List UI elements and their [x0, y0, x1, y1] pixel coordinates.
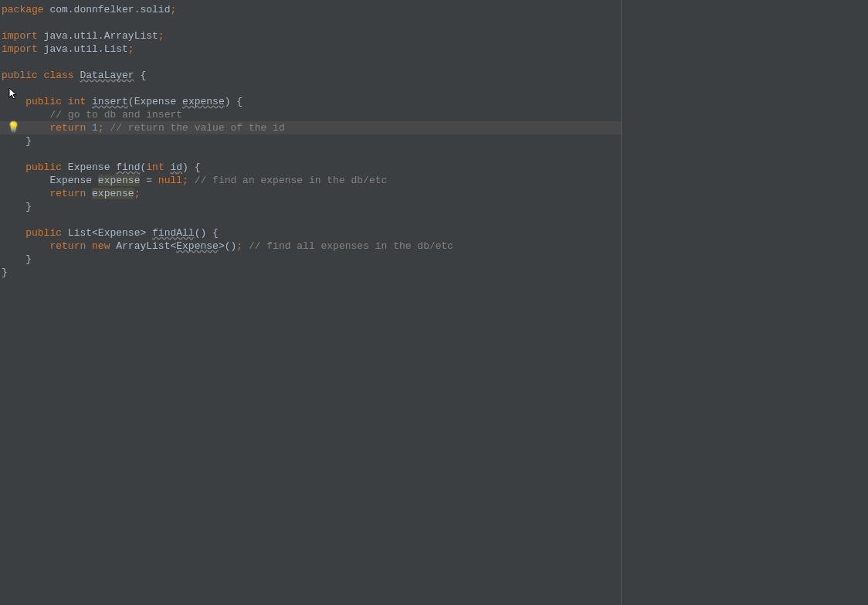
token: id — [171, 161, 183, 173]
editor-panel[interactable]: package com.donnfelker.solid;import java… — [0, 0, 621, 605]
token: findAll — [152, 227, 195, 239]
token: ; — [170, 4, 176, 15]
token — [2, 188, 49, 199]
code-line[interactable]: import java.util.List; — [0, 42, 621, 56]
token: com.donnfelker.solid — [44, 4, 171, 15]
token — [2, 109, 49, 121]
code-line[interactable]: import java.util.ArrayList; — [0, 29, 621, 42]
token: insert — [92, 96, 128, 107]
code-line[interactable]: return new ArrayList<Expense>(); // find… — [0, 240, 621, 253]
token: import — [2, 30, 38, 42]
token: import — [2, 43, 38, 55]
code-line[interactable]: public Expense find(int id) { — [0, 161, 621, 174]
token: ; — [128, 43, 134, 55]
token: DataLayer — [80, 70, 134, 81]
token: int — [146, 161, 164, 173]
token: public int — [25, 96, 86, 107]
token: ; — [158, 30, 164, 42]
token: 1 — [92, 122, 98, 134]
token: return — [49, 122, 92, 134]
token: expense — [98, 175, 141, 186]
token: ArrayList< — [116, 240, 176, 252]
token — [2, 227, 25, 239]
token: // find an expense in the db/etc — [195, 175, 388, 186]
token: // return the value of the id — [110, 122, 284, 134]
token: return new — [49, 240, 116, 252]
token — [188, 175, 195, 186]
code-line[interactable]: return 1; // return the value of the id — [0, 121, 621, 134]
code-line[interactable]: public int insert(Expense expense) { — [0, 95, 621, 108]
token: { — [134, 70, 147, 81]
token: ; — [236, 240, 242, 252]
token: expense — [182, 96, 225, 107]
token: ) { — [225, 96, 242, 107]
token: } — [2, 253, 32, 265]
token: ) { — [182, 161, 200, 173]
code-line[interactable] — [0, 56, 621, 69]
code-line[interactable]: package com.donnfelker.solid; — [0, 3, 621, 16]
token: public — [25, 161, 62, 173]
token — [2, 96, 25, 107]
code-line[interactable] — [0, 213, 621, 226]
token: Expense — [62, 161, 116, 173]
code-line[interactable]: } — [0, 266, 621, 279]
code-line[interactable]: } — [0, 200, 621, 213]
code-block[interactable]: package com.donnfelker.solid;import java… — [0, 3, 621, 279]
code-line[interactable] — [0, 148, 621, 161]
code-line[interactable]: } — [0, 134, 621, 148]
code-line[interactable]: public List<Expense> findAll() { — [0, 226, 621, 240]
token: public — [25, 227, 62, 239]
code-line[interactable]: return expense; — [0, 187, 621, 200]
token: expense — [92, 188, 134, 199]
token: // find all expenses in the db/etc — [249, 240, 453, 252]
token: } — [2, 135, 32, 147]
token: () { — [195, 227, 219, 239]
token: Expense — [176, 240, 219, 252]
scrollbar[interactable] — [612, 0, 621, 605]
token: public class — [2, 70, 74, 81]
code-line[interactable]: Expense expense = null; // find an expen… — [0, 174, 621, 187]
code-line[interactable]: } — [0, 253, 621, 266]
token: find — [116, 161, 140, 173]
token: List<Expense> — [62, 227, 152, 239]
token: Expense — [2, 175, 98, 186]
token — [242, 240, 249, 252]
token: >() — [219, 240, 236, 252]
token: ; — [98, 122, 104, 134]
token: java.util.ArrayList — [38, 30, 158, 42]
token: package — [2, 4, 44, 15]
token: null — [158, 175, 182, 186]
token — [2, 161, 25, 173]
right-panel — [622, 0, 868, 605]
token: return — [49, 188, 92, 199]
code-line[interactable] — [0, 82, 621, 95]
token — [2, 122, 49, 134]
token — [2, 240, 49, 252]
token — [164, 161, 171, 173]
token: } — [2, 201, 32, 212]
token: (Expense — [128, 96, 182, 107]
token: } — [2, 267, 8, 278]
token: // go to db and insert — [49, 109, 182, 121]
token: ; — [134, 188, 141, 199]
code-line[interactable]: // go to db and insert — [0, 108, 621, 121]
token — [86, 96, 92, 107]
code-line[interactable] — [0, 16, 621, 29]
token: java.util.List — [38, 43, 128, 55]
token: = — [140, 175, 158, 186]
code-line[interactable]: public class DataLayer { — [0, 69, 621, 82]
token: ; — [182, 175, 188, 186]
